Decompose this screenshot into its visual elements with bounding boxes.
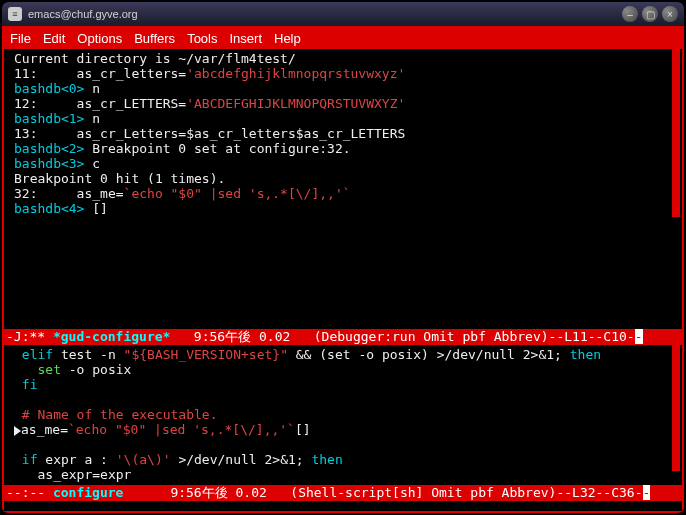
modeline-gud[interactable]: -J:** *gud-configure* 9:56午後 0.02 (Debug… bbox=[4, 329, 682, 345]
scrollbar-bottom[interactable] bbox=[670, 345, 682, 485]
menu-options[interactable]: Options bbox=[77, 31, 122, 46]
scrollbar-thumb-bottom[interactable] bbox=[672, 345, 680, 471]
menu-file[interactable]: File bbox=[10, 31, 31, 46]
source-content[interactable]: elif test -n "${BASH_VERSION+set}" && (s… bbox=[12, 345, 670, 485]
scrollbar-top[interactable] bbox=[670, 49, 682, 329]
minimize-button[interactable]: – bbox=[622, 6, 638, 22]
gud-content[interactable]: Current directory is ~/var/flm4test/ 11:… bbox=[12, 49, 670, 329]
close-button[interactable]: × bbox=[662, 6, 678, 22]
gutter-top bbox=[4, 49, 12, 329]
menu-buffers[interactable]: Buffers bbox=[134, 31, 175, 46]
menubar: File Edit Options Buffers Tools Insert H… bbox=[4, 28, 682, 49]
gud-buffer[interactable]: Current directory is ~/var/flm4test/ 11:… bbox=[4, 49, 682, 329]
breakpoint-arrow-icon bbox=[14, 426, 21, 436]
gutter-bottom bbox=[4, 345, 12, 485]
cursor-bottom: [] bbox=[295, 422, 311, 437]
maximize-button[interactable]: ▢ bbox=[642, 6, 658, 22]
window-titlebar: ≡ emacs@chuf.gyve.org – ▢ × bbox=[2, 2, 684, 26]
modeline-source[interactable]: --:-- configure 9:56午後 0.02 (Shell-scrip… bbox=[4, 485, 682, 501]
emacs-frame: File Edit Options Buffers Tools Insert H… bbox=[2, 26, 684, 513]
app-icon: ≡ bbox=[8, 7, 22, 21]
menu-tools[interactable]: Tools bbox=[187, 31, 217, 46]
source-buffer[interactable]: elif test -n "${BASH_VERSION+set}" && (s… bbox=[4, 345, 682, 485]
menu-insert[interactable]: Insert bbox=[229, 31, 262, 46]
minibuffer[interactable] bbox=[4, 501, 682, 511]
window-title: emacs@chuf.gyve.org bbox=[28, 8, 618, 20]
menu-help[interactable]: Help bbox=[274, 31, 301, 46]
menu-edit[interactable]: Edit bbox=[43, 31, 65, 46]
cursor-top: [] bbox=[92, 201, 108, 216]
editor-area: Current directory is ~/var/flm4test/ 11:… bbox=[4, 49, 682, 511]
scrollbar-thumb-top[interactable] bbox=[672, 49, 680, 217]
